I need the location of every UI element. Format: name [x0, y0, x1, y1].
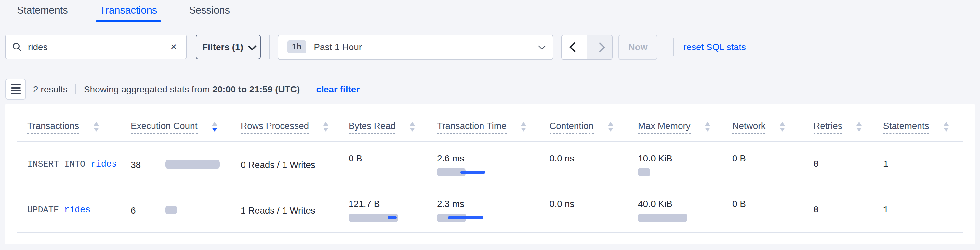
transaction-time-overlay-bar: [460, 170, 485, 173]
divider: [673, 38, 674, 56]
statements-cell: 1: [883, 160, 963, 169]
clear-filter-link[interactable]: clear filter: [316, 84, 360, 95]
clear-search-icon[interactable]: ✕: [168, 41, 180, 53]
rows-processed-cell: 1 Reads / 1 Writes: [240, 205, 348, 215]
sort-icon[interactable]: [705, 122, 710, 131]
execution-count-bar: [165, 206, 177, 214]
sort-icon-active-desc[interactable]: [212, 122, 217, 131]
prev-time-button[interactable]: [562, 35, 587, 59]
reset-sql-stats-link[interactable]: reset SQL stats: [684, 42, 746, 52]
sort-icon[interactable]: [93, 122, 99, 131]
sort-icon[interactable]: [857, 122, 862, 131]
transaction-time-cell: 2.3 ms: [437, 188, 549, 232]
tab-statements[interactable]: Statements: [17, 0, 68, 21]
sort-icon[interactable]: [608, 122, 613, 131]
max-memory-bar: [638, 213, 687, 222]
column-header-rows-processed[interactable]: Rows Processed: [240, 120, 348, 134]
bytes-read-cell: 121.7 B: [348, 188, 437, 232]
search-icon: [12, 42, 21, 51]
chevron-down-icon: [248, 42, 256, 50]
sql-activity-page: Statements Transactions Sessions ✕ Filte…: [0, 0, 980, 250]
chevron-right-icon: [594, 42, 605, 52]
column-selector-button[interactable]: [5, 79, 26, 99]
sort-icon[interactable]: [780, 122, 785, 131]
divider: [75, 84, 76, 95]
contention-cell: 0.0 ns: [549, 142, 638, 187]
execution-count-bar: [165, 160, 220, 168]
now-button[interactable]: Now: [619, 34, 657, 59]
sort-icon[interactable]: [323, 122, 328, 131]
column-header-transaction-time[interactable]: Transaction Time: [437, 120, 549, 134]
chevron-left-icon: [569, 42, 579, 52]
transaction-link[interactable]: UPDATE rides: [27, 205, 131, 215]
time-interval-text: 20:00 to 21:59 (UTC): [212, 84, 300, 95]
time-nav-group: [561, 34, 612, 59]
transaction-link[interactable]: INSERT INTO rides: [27, 160, 131, 169]
column-header-execution-count[interactable]: Execution Count: [131, 120, 240, 134]
sort-icon[interactable]: [521, 122, 526, 131]
bytes-read-cell: 0 B: [348, 142, 437, 187]
table-row: INSERT INTO rides 38 0 Reads / 1 Writes …: [17, 142, 963, 188]
statements-cell: 1: [883, 205, 963, 215]
divider: [308, 84, 308, 95]
divider: [269, 35, 270, 59]
retries-cell: 0: [813, 160, 883, 169]
contention-cell: 0.0 ns: [549, 188, 638, 232]
tab-bar: Statements Transactions Sessions: [0, 0, 980, 21]
table-header-row: Transactions Execution Count Rows Proces…: [17, 104, 963, 142]
column-header-statements[interactable]: Statements: [883, 120, 963, 134]
chevron-down-icon: [538, 42, 546, 50]
max-memory-cell: 10.0 KiB: [638, 142, 732, 187]
time-range-badge: 1h: [288, 40, 306, 53]
filters-label: Filters (1): [202, 42, 243, 52]
filters-button[interactable]: Filters (1): [196, 35, 261, 59]
controls-row: ✕ Filters (1) 1h Past 1 Hour Now reset S…: [0, 34, 980, 60]
column-header-max-memory[interactable]: Max Memory: [638, 120, 732, 134]
search-input[interactable]: [27, 41, 168, 53]
tab-sessions[interactable]: Sessions: [189, 0, 230, 21]
column-header-transactions[interactable]: Transactions: [27, 120, 131, 134]
max-memory-bar: [638, 168, 650, 176]
max-memory-cell: 40.0 KiB: [638, 188, 732, 232]
execution-count-cell: 38: [131, 159, 240, 170]
showing-stats-text: Showing aggregated stats from 20:00 to 2…: [84, 84, 300, 95]
network-cell: 0 B: [732, 188, 813, 232]
column-header-bytes-read[interactable]: Bytes Read: [348, 120, 437, 134]
table-row: UPDATE rides 6 1 Reads / 1 Writes 121.7 …: [17, 188, 963, 233]
time-range-picker[interactable]: 1h Past 1 Hour: [278, 34, 554, 59]
column-header-contention[interactable]: Contention: [549, 120, 638, 134]
time-range-label: Past 1 Hour: [314, 42, 362, 52]
transaction-object-link[interactable]: rides: [64, 205, 91, 215]
list-icon: [11, 84, 21, 86]
results-count: 2 results: [33, 84, 68, 95]
network-cell: 0 B: [732, 142, 813, 187]
column-header-network[interactable]: Network: [732, 120, 813, 134]
sort-icon[interactable]: [943, 122, 949, 131]
execution-count-cell: 6: [131, 205, 240, 215]
next-time-button[interactable]: [587, 35, 612, 59]
transaction-time-overlay-bar: [448, 216, 483, 219]
transaction-time-cell: 2.6 ms: [437, 142, 549, 187]
tab-transactions[interactable]: Transactions: [100, 0, 157, 21]
column-header-retries[interactable]: Retries: [813, 120, 883, 134]
transaction-object-link[interactable]: rides: [91, 160, 117, 169]
results-bar: 2 results Showing aggregated stats from …: [0, 79, 980, 99]
rows-processed-cell: 0 Reads / 1 Writes: [240, 159, 348, 170]
sort-icon[interactable]: [410, 122, 415, 131]
search-box[interactable]: ✕: [5, 35, 187, 59]
transactions-table-card: Transactions Execution Count Rows Proces…: [5, 104, 975, 244]
bytes-read-overlay-bar: [388, 216, 397, 219]
retries-cell: 0: [813, 205, 883, 215]
